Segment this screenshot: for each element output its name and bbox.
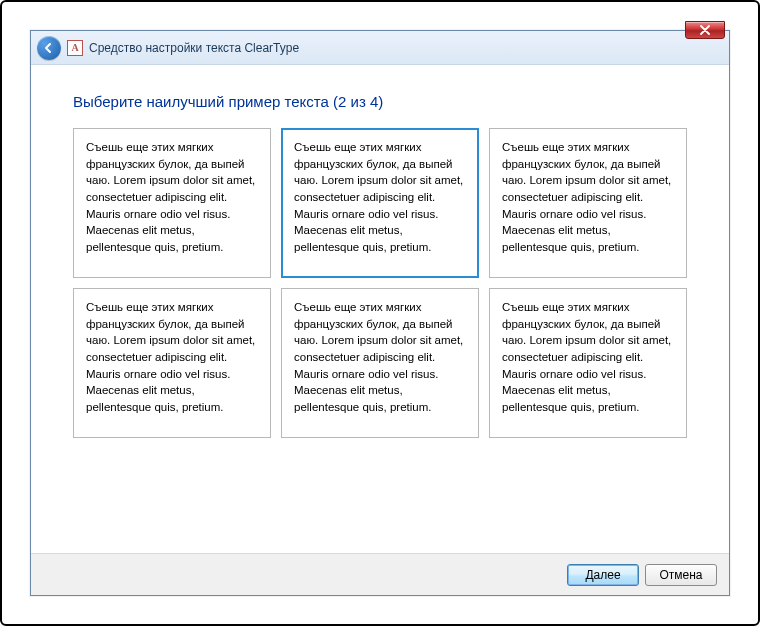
window-title: Средство настройки текста ClearType	[89, 41, 299, 55]
sample-grid: Съешь еще этих мягких французских булок,…	[73, 128, 687, 438]
text-sample-6[interactable]: Съешь еще этих мягких французских булок,…	[489, 288, 687, 438]
back-button[interactable]	[37, 36, 61, 60]
back-arrow-icon	[43, 42, 55, 54]
screenshot-frame: A Средство настройки текста ClearType Вы…	[0, 0, 760, 626]
text-sample-3[interactable]: Съешь еще этих мягких французских булок,…	[489, 128, 687, 278]
close-button[interactable]	[685, 21, 725, 39]
text-sample-5[interactable]: Съешь еще этих мягких французских булок,…	[281, 288, 479, 438]
next-button[interactable]: Далее	[567, 564, 639, 586]
app-icon: A	[67, 40, 83, 56]
footer: Далее Отмена	[31, 553, 729, 595]
text-sample-1[interactable]: Съешь еще этих мягких французских булок,…	[73, 128, 271, 278]
close-icon	[699, 25, 711, 35]
titlebar: A Средство настройки текста ClearType	[31, 31, 729, 65]
page-heading: Выберите наилучший пример текста (2 из 4…	[73, 93, 687, 110]
content-area: Выберите наилучший пример текста (2 из 4…	[31, 65, 729, 553]
app-icon-letter: A	[71, 42, 78, 53]
cancel-button[interactable]: Отмена	[645, 564, 717, 586]
text-sample-2[interactable]: Съешь еще этих мягких французских булок,…	[281, 128, 479, 278]
text-sample-4[interactable]: Съешь еще этих мягких французских булок,…	[73, 288, 271, 438]
dialog-window: A Средство настройки текста ClearType Вы…	[30, 30, 730, 596]
